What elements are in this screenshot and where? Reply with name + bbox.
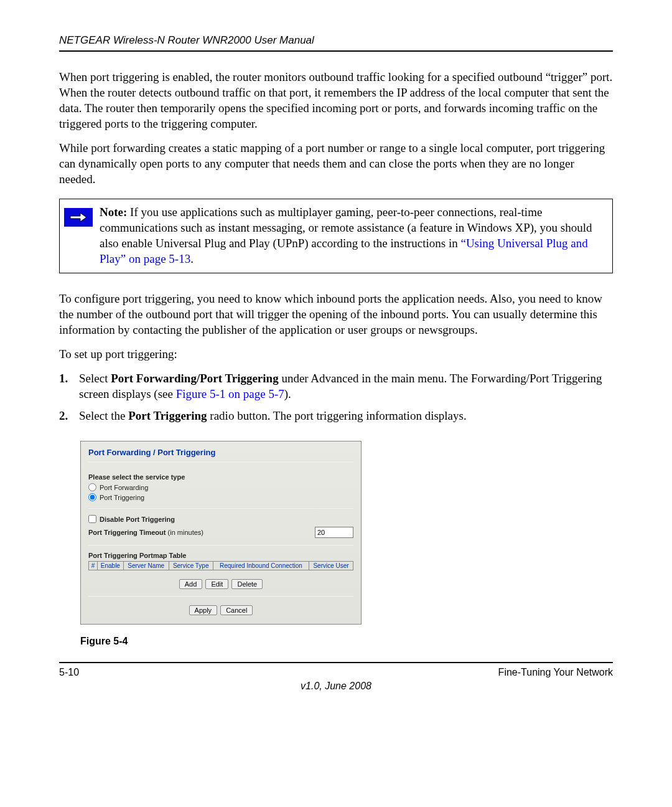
step-number: 2.	[59, 408, 79, 423]
radio-input[interactable]	[88, 483, 96, 491]
col-hash: #	[89, 562, 98, 570]
section-name: Fine-Tuning Your Network	[498, 667, 613, 678]
apply-button[interactable]: Apply	[189, 605, 218, 615]
portmap-label: Port Triggering Portmap Table	[88, 552, 353, 559]
disable-port-triggering[interactable]: Disable Port Triggering	[88, 515, 353, 523]
panel-title: Port Forwarding / Port Triggering	[88, 448, 353, 457]
note-label: Note:	[100, 205, 127, 219]
step-body: Select the Port Triggering radio button.…	[79, 408, 613, 423]
radio-port-triggering[interactable]: Port Triggering	[88, 493, 353, 501]
router-screenshot: Port Forwarding / Port Triggering Please…	[80, 441, 362, 625]
cancel-button[interactable]: Cancel	[220, 605, 253, 615]
paragraph: While port forwarding creates a static m…	[59, 140, 613, 187]
radio-input[interactable]	[88, 493, 96, 501]
col-service-type: Service Type	[169, 562, 213, 570]
page-footer: 5-10 Fine-Tuning Your Network	[59, 662, 613, 678]
checkbox-input[interactable]	[88, 515, 96, 523]
col-service-user: Service User	[309, 562, 353, 570]
delete-button[interactable]: Delete	[231, 579, 263, 589]
service-type-label: Please select the service type	[88, 473, 353, 481]
page-number: 5-10	[59, 667, 79, 678]
arrow-right-icon	[64, 208, 93, 227]
col-server-name: Server Name	[123, 562, 169, 570]
portmap-table: # Enable Server Name Service Type Requir…	[88, 561, 353, 570]
edit-button[interactable]: Edit	[205, 579, 228, 589]
link-figure-5-1[interactable]: Figure 5-1 on page 5-7	[176, 387, 284, 400]
col-enable: Enable	[97, 562, 123, 570]
doc-header: NETGEAR Wireless-N Router WNR2000 User M…	[59, 34, 613, 52]
doc-version: v1.0, June 2008	[59, 681, 613, 692]
timeout-input[interactable]	[315, 527, 353, 538]
paragraph: When port triggering is enabled, the rou…	[59, 69, 613, 131]
add-button[interactable]: Add	[179, 579, 203, 589]
col-required-inbound: Required Inbound Connection	[213, 562, 309, 570]
paragraph: To set up port triggering:	[59, 346, 613, 362]
radio-port-forwarding[interactable]: Port Forwarding	[88, 483, 353, 491]
note-box: Note: If you use applications such as mu…	[59, 199, 613, 273]
paragraph: To configure port triggering, you need t…	[59, 291, 613, 337]
figure-caption: Figure 5-4	[80, 636, 613, 647]
step-body: Select Port Forwarding/Port Triggering u…	[79, 370, 613, 402]
note-text: Note: If you use applications such as mu…	[97, 199, 612, 273]
step-number: 1.	[59, 370, 79, 402]
timeout-label: Port Triggering Timeout (in minutes)	[88, 529, 203, 536]
